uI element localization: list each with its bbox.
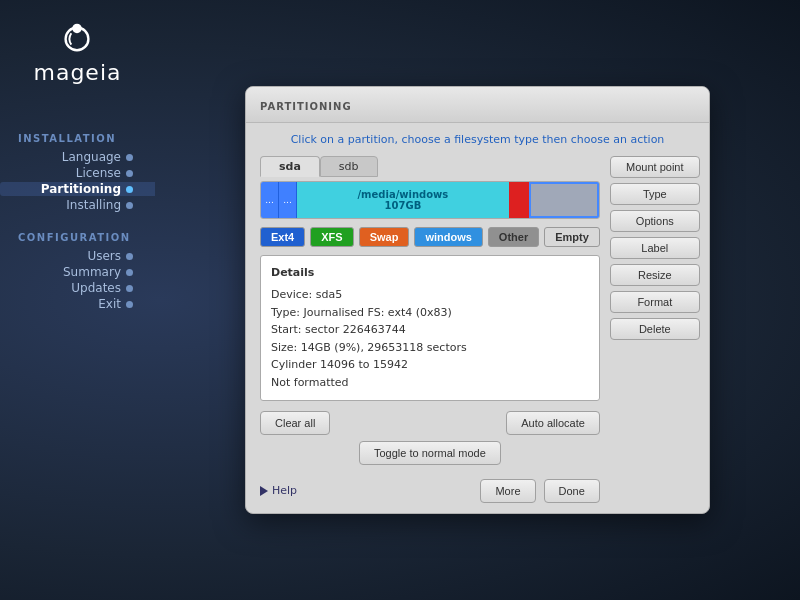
clear-all-button[interactable]: Clear all [260,411,330,435]
sidebar-item-summary-label: Summary [63,265,121,279]
legend-other[interactable]: Other [488,227,539,247]
svg-point-1 [73,24,83,34]
partition-win-label: /media/windows [357,189,448,200]
done-more-buttons: More Done [480,479,599,503]
legend-swap[interactable]: Swap [359,227,410,247]
sidebar-item-installing-label: Installing [66,198,121,212]
resize-button[interactable]: Resize [610,264,700,286]
details-box: Details Device: sda5 Type: Journalised F… [260,255,600,400]
legend-xfs[interactable]: XFS [310,227,353,247]
done-button[interactable]: Done [544,479,600,503]
format-button[interactable]: Format [610,291,700,313]
sidebar-item-partitioning[interactable]: Partitioning [0,182,155,196]
sidebar-item-summary[interactable]: Summary [0,265,155,279]
details-line-4: Size: 14GB (9%), 29653118 sectors [271,339,589,357]
sidebar-item-updates-label: Updates [71,281,121,295]
dialog-header: PARTITIONING [246,87,709,123]
partition-bar[interactable]: ... ... /media/windows 107GB [260,181,600,219]
details-line-3: Start: sector 226463744 [271,321,589,339]
mageia-logo-icon [58,18,96,56]
dialog-body: Click on a partition, choose a filesyste… [246,123,709,512]
sidebar-item-language-label: Language [62,150,121,164]
sidebar-item-users-dot [126,253,133,260]
partition-win-size: 107GB [385,200,422,211]
sidebar-item-users-label: Users [87,249,121,263]
sidebar-item-license-label: License [76,166,121,180]
instruction-text: Click on a partition, choose a filesyste… [260,133,695,146]
sidebar-item-summary-dot [126,269,133,276]
sidebar-item-partitioning-label: Partitioning [41,182,121,196]
sidebar-item-exit[interactable]: Exit [0,297,155,311]
logo-text: mageia [33,60,121,85]
disk-tabs: sda sdb [260,156,600,177]
partition-legend: Ext4 XFS Swap windows Other Empty [260,227,600,247]
auto-allocate-button[interactable]: Auto allocate [506,411,600,435]
partition-seg-windows[interactable]: /media/windows 107GB [297,182,509,218]
dialog-left: sda sdb ... ... [260,156,600,502]
tab-sda[interactable]: sda [260,156,320,177]
details-line-5: Cylinder 14096 to 15942 [271,356,589,374]
partition-seg-2[interactable]: ... [279,182,297,218]
partition-seg-1[interactable]: ... [261,182,279,218]
help-label: Help [272,484,297,497]
sidebar-item-exit-dot [126,301,133,308]
sidebar-item-installing[interactable]: Installing [0,198,155,212]
legend-empty[interactable]: Empty [544,227,600,247]
details-line-2: Type: Journalised FS: ext4 (0x83) [271,304,589,322]
toggle-mode-button[interactable]: Toggle to normal mode [359,441,501,465]
details-title: Details [271,264,589,282]
sidebar-item-updates[interactable]: Updates [0,281,155,295]
details-line-6: Not formatted [271,374,589,392]
sidebar: mageia INSTALLATION Language License Par… [0,0,155,600]
label-button[interactable]: Label [610,237,700,259]
legend-ext4[interactable]: Ext4 [260,227,305,247]
legend-windows[interactable]: windows [414,227,482,247]
more-button[interactable]: More [480,479,535,503]
sidebar-item-updates-dot [126,285,133,292]
delete-button[interactable]: Delete [610,318,700,340]
dialog-title: PARTITIONING [260,101,352,112]
bottom-actions-row3: Help More Done [260,479,600,503]
help-link[interactable]: Help [260,484,297,497]
help-triangle-icon [260,486,268,496]
sidebar-item-language-dot [126,154,133,161]
sidebar-item-users[interactable]: Users [0,249,155,263]
type-button[interactable]: Type [610,183,700,205]
options-button[interactable]: Options [610,210,700,232]
bottom-actions-row2: Toggle to normal mode [260,441,600,473]
sidebar-item-language[interactable]: Language [0,150,155,164]
sidebar-item-exit-label: Exit [98,297,121,311]
main-area: PARTITIONING Click on a partition, choos… [155,0,800,600]
details-line-1: Device: sda5 [271,286,589,304]
sidebar-item-partitioning-dot [126,186,133,193]
partition-seg-red[interactable] [509,182,529,218]
dialog-right: Mount point Type Options Label Resize Fo… [610,156,700,502]
sidebar-item-installing-dot [126,202,133,209]
logo-area: mageia [33,10,121,85]
configuration-section-label: CONFIGURATION [0,232,131,243]
partitioning-dialog: PARTITIONING Click on a partition, choos… [245,86,710,513]
tab-sdb[interactable]: sdb [320,156,378,177]
sidebar-item-license[interactable]: License [0,166,155,180]
mount-point-button[interactable]: Mount point [610,156,700,178]
partition-seg-selected[interactable] [529,182,599,218]
bottom-actions-row1: Clear all Auto allocate [260,411,600,435]
sidebar-item-license-dot [126,170,133,177]
installation-section-label: INSTALLATION [0,133,116,144]
dialog-inner: sda sdb ... ... [260,156,695,502]
